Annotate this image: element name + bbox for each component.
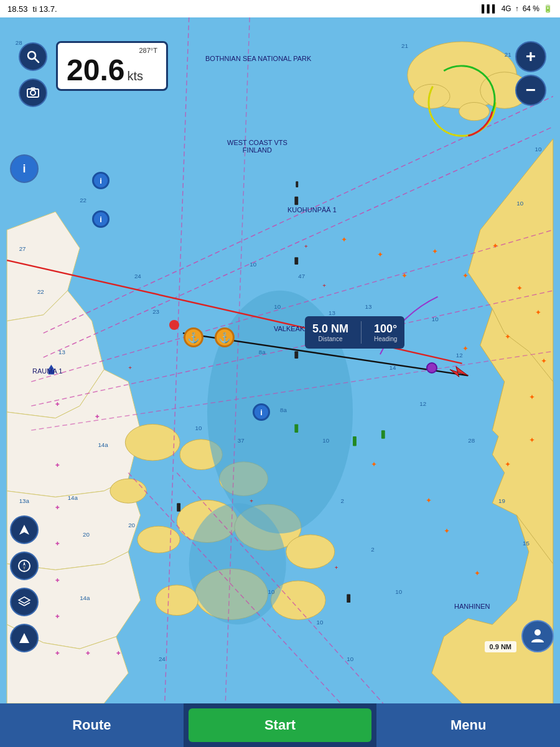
camera-icon (26, 86, 40, 100)
distance-display: 5.0 NM Distance (312, 322, 348, 342)
speed-display: 287°T 20.6kts (56, 41, 168, 91)
bottom-left-icons (10, 515, 39, 652)
battery-level: 64 % (523, 4, 539, 13)
layers-button[interactable] (10, 588, 39, 616)
route-button[interactable]: Route (0, 703, 184, 747)
gps-arrow-icon: ↑ (515, 4, 519, 13)
direction-icon (18, 632, 30, 644)
waypoint-info-icon-2: i (100, 215, 102, 224)
waypoint-anchor-1[interactable]: ⚓ (184, 327, 203, 347)
heading-unit: T (153, 47, 157, 54)
waypoint-info-1[interactable]: i (92, 172, 110, 189)
svg-line-119 (34, 58, 39, 62)
scale-unit: NM (501, 643, 511, 651)
search-icon (26, 50, 40, 63)
speed-value: 20.6 (67, 54, 124, 87)
svg-marker-127 (19, 597, 30, 603)
network-type: 4G (502, 4, 511, 13)
callout-divider (361, 321, 362, 344)
status-day: ti 13.7. (33, 4, 57, 14)
left-icons-group: i (10, 154, 39, 183)
callout-heading-value: 100° (374, 322, 397, 336)
svg-marker-123 (19, 525, 29, 535)
start-button[interactable]: Start (189, 708, 372, 742)
battery-icon: 🔋 (543, 4, 553, 13)
waypoint-anchor-2[interactable]: ⚓ (215, 327, 235, 347)
svg-marker-126 (23, 566, 26, 570)
scale-value: 0.9 (490, 643, 499, 651)
svg-point-131 (534, 629, 541, 636)
callout-heading-label: Heading (374, 336, 397, 342)
speed-unit: kts (127, 69, 143, 83)
info-icon: i (22, 162, 26, 176)
status-bar: 18.53 ti 13.7. ▌▌▌ 4G ↑ 64 % 🔋 (0, 0, 560, 17)
navigate-icon (18, 524, 30, 536)
svg-marker-130 (19, 633, 29, 643)
map-background (0, 17, 560, 703)
scale-bar: 0.9 NM (485, 641, 516, 652)
menu-icon-button[interactable] (10, 624, 39, 652)
layers-icon (17, 595, 31, 609)
svg-point-121 (30, 90, 35, 95)
camera-button[interactable] (19, 78, 47, 107)
navigate-button[interactable] (10, 515, 39, 544)
zoom-in-button[interactable]: + (515, 41, 546, 72)
waypoint-info-icon: i (100, 176, 102, 186)
zoom-in-icon: + (526, 47, 536, 67)
distance-heading-callout: 5.0 NM Distance 100° Heading (305, 316, 404, 349)
map-container[interactable]: 28 20 21 21 10 10 22 27 22 24 23 10 10 4… (0, 17, 560, 703)
compass-icon (17, 559, 31, 573)
menu-button[interactable]: Menu (376, 703, 560, 747)
waypoint-info-3[interactable]: i (253, 403, 270, 421)
distance-label: Distance (312, 336, 348, 342)
info-button[interactable]: i (10, 154, 39, 183)
bottom-toolbar: Route Start Menu (0, 703, 560, 747)
waypoint-info-icon-3: i (260, 408, 263, 417)
heading-display: 100° Heading (374, 322, 397, 342)
waypoint-red-dot (169, 320, 179, 330)
svg-marker-125 (23, 561, 26, 566)
zoom-buttons-group: + − (515, 41, 546, 106)
heading-value: 287° (139, 47, 154, 54)
nav-buttons-group (19, 42, 47, 107)
zoom-out-icon: − (526, 80, 536, 100)
search-button[interactable] (19, 42, 47, 71)
distance-value: 5.0 NM (312, 322, 348, 336)
person-chart-icon (529, 627, 546, 645)
compass-button[interactable] (10, 552, 39, 580)
signal-bars-icon: ▌▌▌ (482, 4, 498, 13)
status-time: 18.53 (7, 4, 28, 14)
waypoint-destination[interactable] (426, 362, 437, 374)
waypoint-info-2[interactable]: i (92, 210, 110, 228)
chart-person-button[interactable] (521, 620, 554, 652)
zoom-out-button[interactable]: − (515, 75, 546, 106)
